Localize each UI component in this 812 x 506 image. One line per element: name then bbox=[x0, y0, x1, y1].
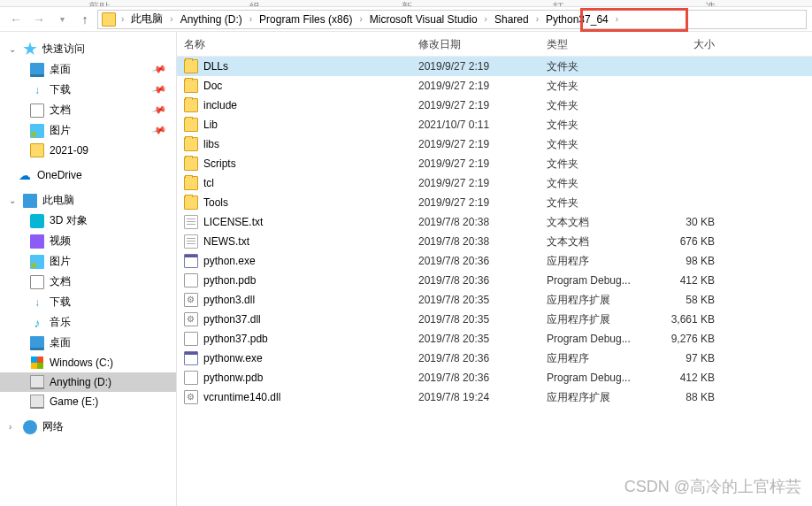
ic-desktop-icon bbox=[30, 63, 44, 77]
file-row[interactable]: libs2019/9/27 2:19文件夹 bbox=[177, 134, 812, 154]
fic-dll-icon bbox=[184, 293, 198, 307]
sidebar-this-pc[interactable]: ⌄ 此电脑 bbox=[0, 190, 176, 211]
file-type: Program Debug... bbox=[547, 372, 653, 384]
chevron-right-icon[interactable]: › bbox=[248, 14, 254, 24]
file-date: 2019/7/8 20:35 bbox=[418, 313, 547, 326]
sidebar-item[interactable]: Windows (C:) bbox=[0, 353, 176, 372]
crumb-folder[interactable]: Shared bbox=[491, 12, 532, 27]
fic-exe-icon bbox=[184, 351, 198, 365]
sidebar-quick-access[interactable]: ⌄ 快速访问 bbox=[0, 39, 176, 59]
file-name: include bbox=[203, 99, 237, 111]
back-button[interactable]: ← bbox=[5, 9, 27, 30]
column-type[interactable]: 类型 bbox=[547, 37, 653, 52]
sidebar-item[interactable]: 3D 对象 bbox=[0, 211, 176, 231]
fic-folder-icon bbox=[184, 98, 198, 112]
file-name: vcruntime140.dll bbox=[203, 391, 280, 403]
file-row[interactable]: python.exe2019/7/8 20:36应用程序98 KB bbox=[177, 251, 812, 271]
file-row[interactable]: LICENSE.txt2019/7/8 20:38文本文档30 KB bbox=[177, 212, 812, 232]
file-row[interactable]: python37.dll2019/7/8 20:35应用程序扩展3,661 KB bbox=[177, 310, 812, 329]
file-size: 676 KB bbox=[653, 235, 724, 248]
column-headers[interactable]: 名称 修改日期 类型 大小 bbox=[177, 32, 812, 57]
star-icon bbox=[23, 42, 37, 57]
file-name: python37.dll bbox=[203, 313, 261, 326]
network-icon bbox=[23, 420, 37, 434]
column-size[interactable]: 大小 bbox=[653, 37, 724, 52]
file-size: 88 KB bbox=[653, 391, 724, 403]
chevron-right-icon[interactable]: › bbox=[357, 14, 364, 24]
sidebar-network[interactable]: › 网络 bbox=[0, 417, 176, 437]
file-row[interactable]: tcl2019/9/27 2:19文件夹 bbox=[177, 173, 812, 193]
chevron-right-icon[interactable]: › bbox=[483, 14, 489, 24]
breadcrumb[interactable]: › 此电脑 › Anything (D:) › Program Files (x… bbox=[97, 10, 807, 29]
chevron-right-icon[interactable]: › bbox=[534, 14, 540, 24]
caret-down-icon: ⌄ bbox=[9, 44, 18, 54]
crumb-folder[interactable]: Program Files (x86) bbox=[256, 12, 356, 27]
file-type: 文件夹 bbox=[547, 59, 653, 74]
file-list: 名称 修改日期 类型 大小 DLLs2019/9/27 2:19文件夹Doc20… bbox=[177, 32, 812, 506]
forward-button[interactable]: → bbox=[28, 9, 50, 30]
sidebar-label: OneDrive bbox=[37, 169, 82, 181]
cloud-icon: ☁ bbox=[18, 168, 32, 182]
sidebar-item[interactable]: 桌面 bbox=[0, 333, 176, 353]
sidebar-item[interactable]: ↓下载 bbox=[0, 292, 176, 312]
file-row[interactable]: python.pdb2019/7/8 20:36Program Debug...… bbox=[177, 271, 812, 290]
file-type: 文件夹 bbox=[547, 157, 653, 172]
file-row[interactable]: DLLs2019/9/27 2:19文件夹 bbox=[177, 57, 812, 76]
file-type: 文件夹 bbox=[547, 79, 653, 94]
file-row[interactable]: Tools2019/9/27 2:19文件夹 bbox=[177, 193, 812, 212]
file-row[interactable]: NEWS.txt2019/7/8 20:38文本文档676 KB bbox=[177, 232, 812, 251]
fic-folder-icon bbox=[184, 118, 198, 132]
sidebar-item-label: 桌面 bbox=[50, 62, 71, 77]
fic-pdb-icon bbox=[184, 332, 198, 346]
sidebar-item[interactable]: ↓下载📌 bbox=[0, 80, 176, 100]
file-row[interactable]: python37.pdb2019/7/8 20:35Program Debug.… bbox=[177, 329, 812, 349]
sidebar-item[interactable]: ♪音乐 bbox=[0, 312, 176, 333]
sidebar-item[interactable]: Game (E:) bbox=[0, 392, 176, 411]
sidebar-item[interactable]: 2021-09 bbox=[0, 141, 176, 160]
file-type: 文本文档 bbox=[547, 215, 653, 230]
ic-drive-icon bbox=[30, 395, 44, 409]
sidebar-item[interactable]: 文档 bbox=[0, 272, 176, 292]
crumb-folder[interactable]: Microsoft Visual Studio bbox=[366, 12, 481, 27]
crumb-drive[interactable]: Anything (D:) bbox=[177, 12, 246, 27]
file-name: libs bbox=[203, 138, 219, 150]
sidebar-item-label: 2021-09 bbox=[50, 144, 88, 157]
sidebar-item[interactable]: 图片📌 bbox=[0, 120, 176, 141]
file-row[interactable]: pythonw.exe2019/7/8 20:36应用程序97 KB bbox=[177, 349, 812, 368]
recent-dropdown[interactable]: ▾ bbox=[51, 9, 73, 30]
file-row[interactable]: include2019/9/27 2:19文件夹 bbox=[177, 96, 812, 115]
file-date: 2019/9/27 2:19 bbox=[418, 157, 547, 170]
chevron-right-icon[interactable]: › bbox=[119, 14, 126, 24]
sidebar-item[interactable]: 视频 bbox=[0, 231, 176, 251]
sidebar-item[interactable]: 图片 bbox=[0, 251, 176, 272]
crumb-pc[interactable]: 此电脑 bbox=[127, 10, 166, 28]
sidebar-item[interactable]: 桌面📌 bbox=[0, 59, 176, 80]
caret-down-icon: ⌄ bbox=[9, 196, 18, 205]
chevron-right-icon[interactable]: › bbox=[168, 14, 174, 24]
file-row[interactable]: vcruntime140.dll2019/7/8 19:24应用程序扩展88 K… bbox=[177, 387, 812, 407]
chevron-right-icon[interactable]: › bbox=[614, 14, 620, 24]
file-row[interactable]: python3.dll2019/7/8 20:35应用程序扩展58 KB bbox=[177, 290, 812, 310]
up-button[interactable]: ↑ bbox=[74, 9, 96, 30]
sidebar-item-label: 桌面 bbox=[50, 335, 71, 350]
ic-vid-icon bbox=[30, 234, 44, 249]
fic-folder-icon bbox=[184, 137, 198, 151]
crumb-current[interactable]: Python37_64 bbox=[542, 12, 612, 27]
file-type: 应用程序扩展 bbox=[547, 293, 653, 308]
sidebar-onedrive[interactable]: ☁ OneDrive bbox=[0, 165, 176, 185]
file-row[interactable]: Lib2021/10/7 0:11文件夹 bbox=[177, 115, 812, 134]
fic-dll-icon bbox=[184, 312, 198, 326]
sidebar-item-label: 下载 bbox=[50, 82, 71, 97]
file-date: 2019/7/8 20:36 bbox=[418, 352, 547, 364]
column-name[interactable]: 名称 bbox=[184, 37, 418, 52]
file-type: 文件夹 bbox=[547, 98, 653, 113]
file-date: 2019/9/27 2:19 bbox=[418, 138, 547, 150]
file-row[interactable]: pythonw.pdb2019/7/8 20:36Program Debug..… bbox=[177, 368, 812, 387]
file-row[interactable]: Scripts2019/9/27 2:19文件夹 bbox=[177, 154, 812, 173]
file-row[interactable]: Doc2019/9/27 2:19文件夹 bbox=[177, 76, 812, 96]
file-type: Program Debug... bbox=[547, 274, 653, 287]
column-date[interactable]: 修改日期 bbox=[418, 37, 547, 52]
sidebar-item[interactable]: 文档📌 bbox=[0, 100, 176, 120]
sidebar-item-label: 文档 bbox=[50, 274, 71, 289]
sidebar-item[interactable]: Anything (D:) bbox=[0, 372, 176, 392]
